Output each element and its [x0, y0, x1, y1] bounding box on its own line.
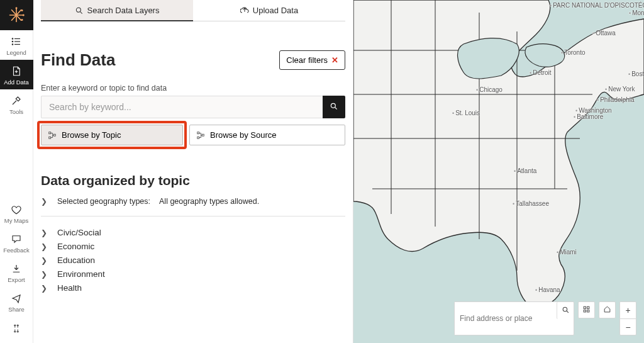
search-icon	[330, 102, 338, 113]
svg-point-15	[12, 38, 13, 40]
svg-line-3	[16, 15, 21, 20]
minus-icon: −	[625, 322, 630, 332]
list-icon	[10, 35, 23, 48]
nav-share[interactable]: Share	[0, 287, 33, 317]
search-icon	[562, 306, 570, 316]
chevron-right-icon: ❯	[41, 270, 48, 279]
chevron-right-icon: ❯	[41, 256, 48, 265]
topic-label: Health	[57, 283, 82, 293]
upload-icon	[240, 6, 249, 15]
svg-rect-35	[584, 310, 586, 312]
svg-point-22	[331, 103, 335, 108]
svg-line-7	[12, 10, 17, 15]
chevron-right-icon: ❯	[41, 197, 48, 206]
svg-rect-36	[587, 310, 589, 312]
nav-feedback[interactable]: Feedback	[0, 228, 33, 257]
download-icon	[10, 262, 23, 275]
panel-tabbar: Search Data Layers Upload Data	[41, 0, 345, 21]
basemap	[353, 0, 644, 343]
nav-rail: Legend Add Data Tools My Maps Feedback E…	[0, 0, 33, 343]
search-icon	[75, 6, 84, 15]
tab-search-label: Search Data Layers	[87, 6, 160, 15]
topic-label: Education	[57, 256, 95, 265]
nav-share-label: Share	[8, 306, 24, 313]
svg-rect-24	[49, 132, 51, 133]
browse-topic-label: Browse by Topic	[62, 130, 121, 140]
clear-filters-button[interactable]: Clear filters ✕	[279, 50, 345, 70]
nav-legend-label: Legend	[6, 49, 26, 56]
svg-point-11	[21, 19, 23, 21]
address-search-button[interactable]	[557, 302, 574, 319]
svg-point-10	[23, 14, 25, 16]
tab-upload-label: Upload Data	[253, 6, 298, 15]
browse-by-topic-button[interactable]: Browse by Topic	[41, 125, 183, 145]
nav-my-maps[interactable]: My Maps	[0, 198, 33, 228]
svg-point-17	[12, 44, 13, 45]
home-icon	[603, 305, 611, 315]
topic-list: ❯Civic/Social ❯Economic ❯Education ❯Envi…	[41, 228, 345, 293]
keyword-search-input[interactable]	[41, 96, 323, 118]
svg-line-5	[12, 15, 17, 20]
search-submit-button[interactable]	[323, 96, 345, 118]
chat-icon	[10, 233, 23, 245]
close-icon: ✕	[331, 55, 338, 65]
svg-rect-26	[53, 134, 55, 136]
nav-mymaps-label: My Maps	[4, 217, 29, 224]
nav-adddata-label: Add Data	[4, 79, 29, 86]
svg-line-1	[16, 10, 21, 15]
tools-icon	[10, 94, 23, 107]
topic-item[interactable]: ❯Health	[41, 283, 345, 293]
topic-item[interactable]: ❯Economic	[41, 242, 345, 251]
callout-highlight: Browse by Topic	[41, 125, 183, 145]
svg-rect-28	[197, 137, 199, 138]
chevron-right-icon: ❯	[41, 284, 48, 293]
svg-line-23	[335, 107, 337, 109]
zoom-in-button[interactable]: +	[619, 301, 636, 318]
svg-rect-34	[587, 306, 589, 308]
nav-feedback-label: Feedback	[3, 247, 30, 254]
topic-item[interactable]: ❯Education	[41, 256, 345, 265]
topic-label: Civic/Social	[57, 228, 101, 237]
search-helper: Enter a keyword or topic to find data	[41, 84, 345, 93]
topic-label: Economic	[57, 242, 94, 251]
svg-point-20	[76, 8, 80, 12]
browse-source-label: Browse by Source	[210, 130, 277, 140]
nav-export[interactable]: Export	[0, 257, 33, 287]
browse-by-source-button[interactable]: Browse by Source	[189, 125, 345, 145]
svg-point-16	[12, 41, 13, 42]
address-search	[454, 301, 574, 335]
nav-tools-label: Tools	[9, 108, 23, 115]
home-extent-button[interactable]	[599, 301, 616, 318]
tab-search-layers[interactable]: Search Data Layers	[41, 0, 193, 21]
topic-item[interactable]: ❯Environment	[41, 269, 345, 279]
plus-icon: +	[625, 305, 630, 315]
topic-item[interactable]: ❯Civic/Social	[41, 228, 345, 237]
nav-legend[interactable]: Legend	[0, 30, 33, 60]
svg-line-32	[567, 311, 569, 313]
heart-icon	[10, 203, 23, 216]
clear-filters-label: Clear filters	[286, 55, 328, 65]
geography-filter-row[interactable]: ❯ Selected geography types: All geograph…	[41, 197, 345, 216]
basemap-button[interactable]	[578, 301, 595, 318]
map-toolbar: + −	[454, 301, 636, 335]
nav-tools[interactable]: Tools	[0, 89, 33, 119]
collapse-rail[interactable]	[0, 317, 33, 343]
tree-icon	[196, 131, 205, 140]
geo-filter-value: All geography types allowed.	[159, 197, 259, 206]
svg-point-9	[21, 9, 23, 11]
tab-upload-data[interactable]: Upload Data	[193, 0, 345, 21]
svg-point-8	[16, 7, 18, 9]
nav-add-data[interactable]: Add Data	[0, 60, 33, 89]
share-icon	[10, 292, 23, 305]
document-plus-icon	[10, 65, 23, 77]
svg-rect-27	[197, 132, 199, 133]
svg-rect-33	[584, 306, 586, 308]
nav-export-label: Export	[8, 276, 25, 283]
map-canvas[interactable]: MontrealOttawaPARC NATIONAL D'OPISCOTÉOT…	[353, 0, 644, 343]
collapse-icon	[11, 323, 22, 337]
address-input[interactable]	[455, 302, 557, 335]
zoom-out-button[interactable]: −	[619, 318, 636, 335]
svg-point-31	[563, 307, 567, 312]
topic-label: Environment	[57, 269, 105, 279]
brand-logo[interactable]	[0, 0, 33, 30]
